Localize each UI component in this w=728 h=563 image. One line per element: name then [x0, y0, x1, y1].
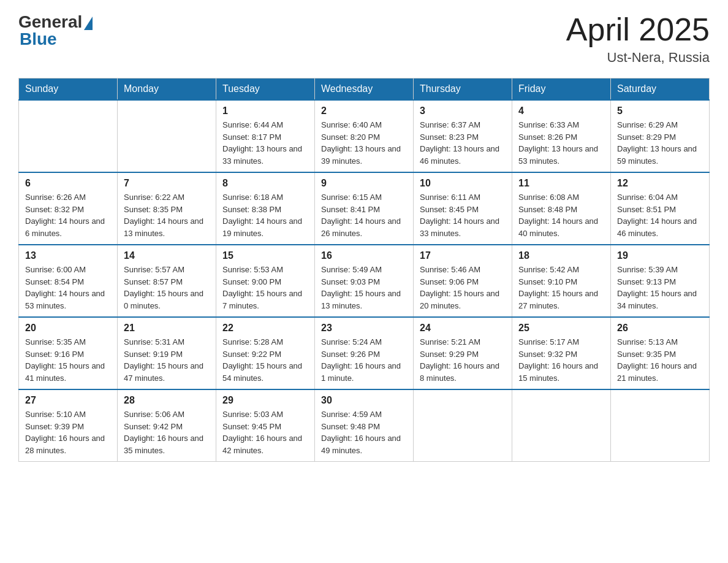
page-header: General Blue April 2025 Ust-Nera, Russia [18, 12, 710, 66]
day-info: Sunrise: 5:24 AM Sunset: 9:26 PM Dayligh… [321, 336, 407, 384]
calendar-cell: 17Sunrise: 5:46 AM Sunset: 9:06 PM Dayli… [414, 245, 512, 317]
calendar-cell: 15Sunrise: 5:53 AM Sunset: 9:00 PM Dayli… [216, 245, 315, 317]
day-number: 21 [124, 323, 210, 334]
calendar-cell: 16Sunrise: 5:49 AM Sunset: 9:03 PM Dayli… [315, 245, 414, 317]
calendar-cell: 23Sunrise: 5:24 AM Sunset: 9:26 PM Dayli… [315, 317, 414, 389]
day-info: Sunrise: 6:37 AM Sunset: 8:23 PM Dayligh… [420, 119, 506, 167]
calendar-cell: 29Sunrise: 5:03 AM Sunset: 9:45 PM Dayli… [216, 389, 315, 462]
day-number: 14 [124, 250, 210, 261]
day-number: 5 [617, 105, 703, 117]
day-info: Sunrise: 5:21 AM Sunset: 9:29 PM Dayligh… [420, 336, 506, 384]
calendar-cell: 2Sunrise: 6:40 AM Sunset: 8:20 PM Daylig… [315, 100, 414, 172]
week-row-5: 27Sunrise: 5:10 AM Sunset: 9:39 PM Dayli… [19, 389, 710, 462]
day-number: 24 [420, 323, 506, 334]
calendar-cell: 19Sunrise: 5:39 AM Sunset: 9:13 PM Dayli… [611, 245, 710, 317]
day-info: Sunrise: 6:29 AM Sunset: 8:29 PM Dayligh… [617, 119, 703, 167]
calendar-cell: 22Sunrise: 5:28 AM Sunset: 9:22 PM Dayli… [216, 317, 315, 389]
calendar-cell: 30Sunrise: 4:59 AM Sunset: 9:48 PM Dayli… [315, 389, 414, 462]
col-header-monday: Monday [118, 79, 216, 101]
calendar-cell [512, 389, 611, 462]
day-number: 22 [222, 323, 308, 334]
day-info: Sunrise: 5:17 AM Sunset: 9:32 PM Dayligh… [518, 336, 604, 384]
day-number: 20 [25, 323, 111, 334]
day-info: Sunrise: 5:57 AM Sunset: 8:57 PM Dayligh… [124, 264, 210, 312]
day-number: 27 [25, 395, 111, 406]
col-header-friday: Friday [512, 79, 611, 101]
location-label: Ust-Nera, Russia [566, 50, 710, 66]
calendar-cell: 26Sunrise: 5:13 AM Sunset: 9:35 PM Dayli… [611, 317, 710, 389]
day-number: 15 [222, 250, 308, 261]
month-title: April 2025 [566, 12, 710, 47]
calendar-cell: 4Sunrise: 6:33 AM Sunset: 8:26 PM Daylig… [512, 100, 611, 172]
day-number: 1 [222, 105, 308, 117]
day-number: 16 [321, 250, 407, 261]
day-info: Sunrise: 5:28 AM Sunset: 9:22 PM Dayligh… [222, 336, 308, 384]
day-info: Sunrise: 6:00 AM Sunset: 8:54 PM Dayligh… [25, 264, 111, 312]
day-info: Sunrise: 6:44 AM Sunset: 8:17 PM Dayligh… [222, 119, 308, 167]
calendar-cell: 24Sunrise: 5:21 AM Sunset: 9:29 PM Dayli… [414, 317, 512, 389]
day-number: 3 [420, 105, 506, 117]
week-row-1: 1Sunrise: 6:44 AM Sunset: 8:17 PM Daylig… [19, 100, 710, 172]
col-header-wednesday: Wednesday [315, 79, 414, 101]
day-info: Sunrise: 5:10 AM Sunset: 9:39 PM Dayligh… [25, 408, 111, 456]
day-number: 4 [518, 105, 604, 117]
calendar-cell: 8Sunrise: 6:18 AM Sunset: 8:38 PM Daylig… [216, 172, 315, 245]
day-info: Sunrise: 6:40 AM Sunset: 8:20 PM Dayligh… [321, 119, 407, 167]
calendar-cell: 1Sunrise: 6:44 AM Sunset: 8:17 PM Daylig… [216, 100, 315, 172]
logo: General Blue [18, 12, 93, 49]
calendar-cell: 13Sunrise: 6:00 AM Sunset: 8:54 PM Dayli… [19, 245, 118, 317]
day-info: Sunrise: 4:59 AM Sunset: 9:48 PM Dayligh… [321, 408, 407, 456]
day-info: Sunrise: 5:49 AM Sunset: 9:03 PM Dayligh… [321, 264, 407, 312]
calendar-cell: 7Sunrise: 6:22 AM Sunset: 8:35 PM Daylig… [118, 172, 216, 245]
week-row-2: 6Sunrise: 6:26 AM Sunset: 8:32 PM Daylig… [19, 172, 710, 245]
day-info: Sunrise: 5:13 AM Sunset: 9:35 PM Dayligh… [617, 336, 703, 384]
day-number: 9 [321, 178, 407, 189]
day-number: 12 [617, 178, 703, 189]
calendar-cell: 11Sunrise: 6:08 AM Sunset: 8:48 PM Dayli… [512, 172, 611, 245]
calendar-cell [19, 100, 118, 172]
day-info: Sunrise: 5:31 AM Sunset: 9:19 PM Dayligh… [124, 336, 210, 384]
calendar-cell: 14Sunrise: 5:57 AM Sunset: 8:57 PM Dayli… [118, 245, 216, 317]
day-info: Sunrise: 5:53 AM Sunset: 9:00 PM Dayligh… [222, 264, 308, 312]
calendar-cell: 10Sunrise: 6:11 AM Sunset: 8:45 PM Dayli… [414, 172, 512, 245]
calendar-cell [414, 389, 512, 462]
calendar-header-row: SundayMondayTuesdayWednesdayThursdayFrid… [19, 79, 710, 101]
logo-triangle-icon [84, 17, 93, 30]
day-info: Sunrise: 5:06 AM Sunset: 9:42 PM Dayligh… [124, 408, 210, 456]
day-number: 28 [124, 395, 210, 406]
calendar-cell: 18Sunrise: 5:42 AM Sunset: 9:10 PM Dayli… [512, 245, 611, 317]
calendar-cell: 25Sunrise: 5:17 AM Sunset: 9:32 PM Dayli… [512, 317, 611, 389]
day-info: Sunrise: 5:42 AM Sunset: 9:10 PM Dayligh… [518, 264, 604, 312]
day-number: 17 [420, 250, 506, 261]
day-info: Sunrise: 6:15 AM Sunset: 8:41 PM Dayligh… [321, 191, 407, 239]
col-header-thursday: Thursday [414, 79, 512, 101]
day-number: 10 [420, 178, 506, 189]
day-info: Sunrise: 6:33 AM Sunset: 8:26 PM Dayligh… [518, 119, 604, 167]
calendar-cell [611, 389, 710, 462]
logo-blue-text: Blue [20, 29, 57, 49]
day-info: Sunrise: 5:46 AM Sunset: 9:06 PM Dayligh… [420, 264, 506, 312]
day-info: Sunrise: 6:11 AM Sunset: 8:45 PM Dayligh… [420, 191, 506, 239]
day-info: Sunrise: 5:03 AM Sunset: 9:45 PM Dayligh… [222, 408, 308, 456]
day-info: Sunrise: 5:35 AM Sunset: 9:16 PM Dayligh… [25, 336, 111, 384]
day-number: 11 [518, 178, 604, 189]
day-number: 19 [617, 250, 703, 261]
calendar-cell: 20Sunrise: 5:35 AM Sunset: 9:16 PM Dayli… [19, 317, 118, 389]
calendar-cell: 3Sunrise: 6:37 AM Sunset: 8:23 PM Daylig… [414, 100, 512, 172]
calendar-cell: 6Sunrise: 6:26 AM Sunset: 8:32 PM Daylig… [19, 172, 118, 245]
day-info: Sunrise: 6:18 AM Sunset: 8:38 PM Dayligh… [222, 191, 308, 239]
day-number: 25 [518, 323, 604, 334]
day-number: 23 [321, 323, 407, 334]
day-number: 29 [222, 395, 308, 406]
calendar-table: SundayMondayTuesdayWednesdayThursdayFrid… [18, 78, 710, 462]
day-number: 26 [617, 323, 703, 334]
col-header-sunday: Sunday [19, 79, 118, 101]
week-row-4: 20Sunrise: 5:35 AM Sunset: 9:16 PM Dayli… [19, 317, 710, 389]
calendar-cell: 27Sunrise: 5:10 AM Sunset: 9:39 PM Dayli… [19, 389, 118, 462]
calendar-cell [118, 100, 216, 172]
day-number: 6 [25, 178, 111, 189]
day-info: Sunrise: 6:26 AM Sunset: 8:32 PM Dayligh… [25, 191, 111, 239]
calendar-cell: 5Sunrise: 6:29 AM Sunset: 8:29 PM Daylig… [611, 100, 710, 172]
week-row-3: 13Sunrise: 6:00 AM Sunset: 8:54 PM Dayli… [19, 245, 710, 317]
day-info: Sunrise: 6:08 AM Sunset: 8:48 PM Dayligh… [518, 191, 604, 239]
